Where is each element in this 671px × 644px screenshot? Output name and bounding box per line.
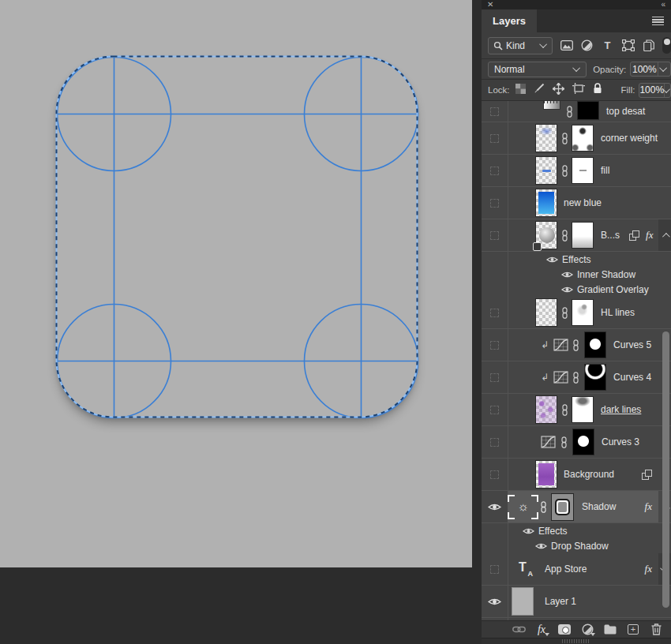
layer-name[interactable]: top desat (606, 106, 645, 117)
visibility-toggle[interactable] (482, 586, 508, 617)
effects-visibility-toggle[interactable] (523, 527, 534, 535)
mask-link-icon[interactable] (561, 133, 568, 144)
layer-mask-thumbnail[interactable] (572, 299, 594, 326)
fill-dropdown-button[interactable] (664, 84, 670, 97)
layer-row-top-desat[interactable]: top desat (482, 101, 671, 122)
effects-label[interactable]: Effects (538, 526, 567, 537)
text-layer-icon[interactable]: T A (519, 561, 533, 577)
layer-list-scrollbar[interactable] (662, 331, 669, 608)
curves-adjustment-icon[interactable] (553, 371, 568, 384)
opacity-dropdown-button[interactable] (658, 62, 670, 76)
layer-row-bs[interactable]: B...s fx (482, 219, 671, 252)
effect-label[interactable]: Gradient Overlay (577, 284, 649, 295)
visibility-toggle[interactable] (482, 553, 508, 585)
layer-name[interactable]: Curves 4 (613, 372, 651, 383)
effects-visibility-toggle[interactable] (546, 256, 558, 264)
mask-link-icon[interactable] (561, 165, 568, 177)
adjustment-mask-thumbnail[interactable] (584, 331, 606, 358)
effect-row-drop-shadow[interactable]: Drop Shadow (482, 538, 671, 553)
lock-position-move-icon[interactable] (553, 83, 564, 98)
layer-row-corner-weight[interactable]: corner weight (482, 122, 671, 155)
effect-visibility-toggle[interactable] (561, 271, 573, 279)
layer-style-button[interactable]: fx (534, 623, 549, 636)
panel-resize-strip[interactable] (482, 638, 671, 644)
add-layer-mask-button[interactable] (557, 623, 572, 636)
effect-label[interactable]: Inner Shadow (577, 269, 635, 280)
mask-link-icon[interactable] (561, 404, 568, 416)
effect-label[interactable]: Drop Shadow (551, 541, 609, 552)
layer-thumbnail[interactable] (543, 100, 560, 110)
mask-link-icon[interactable] (572, 372, 579, 384)
layer-mask-thumbnail[interactable] (572, 157, 594, 184)
effect-row-inner-shadow[interactable]: Inner Shadow (482, 267, 671, 282)
filter-smart-objects-icon[interactable] (642, 39, 655, 52)
adjustment-mask-thumbnail[interactable] (572, 429, 594, 455)
fill-value[interactable]: 100% (639, 84, 664, 97)
visibility-toggle[interactable] (482, 459, 508, 490)
panel-menu-icon[interactable] (652, 17, 664, 25)
visibility-toggle[interactable] (482, 329, 508, 361)
lock-all-icon[interactable] (593, 83, 602, 97)
layer-name[interactable]: App Store (545, 564, 645, 575)
layer-name[interactable]: Background (564, 469, 642, 480)
layer-name[interactable]: corner weight (601, 133, 658, 144)
filter-pixel-layers-icon[interactable] (560, 39, 573, 52)
fx-badge[interactable]: fx (646, 229, 653, 242)
layer-thumbnail[interactable] (535, 395, 557, 424)
collapse-panel-icon[interactable]: « (661, 1, 665, 9)
effects-row[interactable]: Effects (482, 252, 671, 267)
effects-collapse-button[interactable] (658, 219, 671, 251)
visibility-toggle[interactable] (482, 101, 508, 122)
layer-mask-thumbnail[interactable] (577, 101, 599, 120)
visibility-toggle[interactable] (482, 155, 508, 186)
layer-name[interactable]: fill (601, 165, 609, 176)
layer-row-hl-lines[interactable]: HL lines (482, 297, 671, 329)
lock-pixels-brush-icon[interactable] (534, 83, 545, 97)
visibility-toggle[interactable] (482, 491, 508, 522)
layer-row-curves-5[interactable]: ↲ Curves 5 (482, 329, 671, 361)
layer-mask-thumbnail[interactable] (572, 125, 594, 152)
layer-name[interactable]: dark lines (601, 404, 641, 415)
layer-thumbnail[interactable] (535, 298, 557, 327)
mask-link-icon[interactable] (540, 501, 547, 513)
fx-badge[interactable]: fx (645, 563, 652, 575)
lock-transparency-icon[interactable] (515, 83, 526, 97)
curves-adjustment-icon[interactable] (541, 436, 556, 448)
filter-type-layers-icon[interactable]: T (601, 39, 614, 52)
effects-label[interactable]: Effects (562, 254, 590, 265)
new-group-button[interactable] (603, 623, 617, 636)
delete-layer-button[interactable] (649, 623, 663, 636)
layer-row-dark-lines[interactable]: dark lines (482, 394, 671, 426)
mask-link-icon[interactable] (561, 307, 568, 319)
blend-mode-select[interactable]: Normal (488, 62, 587, 77)
mask-link-icon[interactable] (572, 339, 579, 351)
layer-thumbnail[interactable] (535, 124, 557, 152)
visibility-toggle[interactable] (482, 361, 508, 393)
layer-row-shadow[interactable]: ☼ Shadow fx (482, 491, 671, 523)
layer-thumbnail[interactable] (512, 587, 534, 616)
layer-name[interactable]: B...s (601, 230, 620, 241)
visibility-toggle[interactable] (482, 122, 508, 154)
layer-name[interactable]: Shadow (582, 501, 645, 512)
layer-row-curves-3[interactable]: Curves 3 (482, 426, 671, 459)
layer-mask-thumbnail[interactable] (551, 493, 574, 521)
lock-artboard-icon[interactable] (572, 83, 585, 97)
filter-kind-dropdown[interactable]: Kind (488, 37, 553, 54)
new-layer-button[interactable]: + (626, 623, 640, 636)
document-canvas[interactable] (0, 0, 472, 567)
visibility-toggle[interactable] (482, 394, 508, 425)
adjustment-mask-thumbnail[interactable] (584, 364, 606, 391)
filter-shape-layers-icon[interactable] (621, 39, 635, 52)
layer-thumbnail[interactable] (535, 156, 557, 185)
layer-mask-thumbnail[interactable] (572, 222, 594, 249)
layer-row-app-store[interactable]: T A App Store fx (482, 553, 671, 586)
layer-name[interactable]: Curves 3 (602, 436, 639, 447)
layer-row-curves-4[interactable]: ↲ Curves 4 (482, 361, 671, 394)
mask-link-icon[interactable] (561, 230, 568, 242)
layer-name[interactable]: HL lines (601, 307, 635, 318)
layer-name[interactable]: Curves 5 (613, 339, 651, 350)
close-icon[interactable]: ✕ (487, 1, 493, 9)
mask-link-icon[interactable] (566, 106, 573, 118)
layer-row-background[interactable]: Background (482, 459, 671, 491)
curves-adjustment-icon[interactable] (553, 339, 568, 351)
